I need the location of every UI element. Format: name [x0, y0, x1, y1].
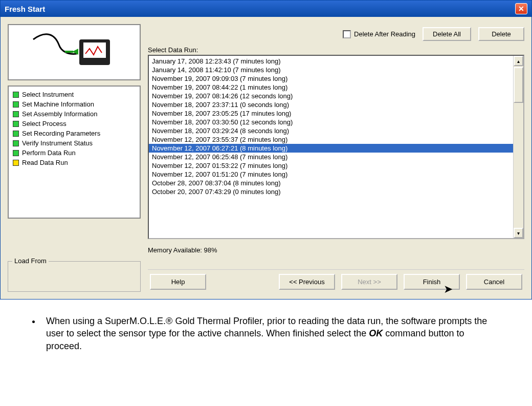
window-title: Fresh Start	[5, 5, 45, 13]
list-item[interactable]: October 28, 2007 08:37:04 (8 minutes lon…	[149, 179, 523, 187]
svg-rect-1	[83, 42, 106, 58]
list-item[interactable]: November 12, 2007 06:25:48 (7 minutes lo…	[149, 153, 523, 161]
delete-button[interactable]: Delete	[478, 27, 524, 41]
delete-after-reading-label: Delete After Reading	[354, 30, 415, 38]
left-pane: Select InstrumentSet Machine Information…	[8, 24, 141, 292]
step-item[interactable]: Read Data Run	[11, 158, 138, 167]
list-item[interactable]: November 18, 2007 23:37:11 (0 seconds lo…	[149, 100, 523, 109]
list-item[interactable]: November 19, 2007 08:14:26 (12 seconds l…	[149, 92, 523, 100]
svg-rect-3	[65, 51, 73, 53]
titlebar: Fresh Start ✕	[1, 1, 531, 17]
step-item[interactable]: Set Recording Parameters	[11, 129, 138, 138]
document-paragraph: When using a SuperM.O.L.E.® Gold Thermal…	[0, 300, 532, 362]
list-item[interactable]: November 19, 2007 09:09:03 (7 minutes lo…	[149, 74, 523, 83]
step-status-icon	[13, 160, 19, 166]
list-item[interactable]: November 12, 2007 23:55:37 (2 minutes lo…	[149, 135, 523, 144]
step-label: Read Data Run	[22, 159, 68, 166]
step-label: Verify Instrument Status	[22, 139, 93, 147]
device-icon	[28, 29, 120, 75]
step-status-icon	[13, 121, 19, 127]
list-item[interactable]: November 18, 2007 03:29:24 (8 seconds lo…	[149, 126, 523, 135]
list-item[interactable]: November 12, 2007 06:27:21 (8 minutes lo…	[149, 144, 523, 153]
fresh-start-dialog: Fresh Start ✕ Select InstrumentSet Machi…	[0, 0, 532, 300]
step-status-icon	[13, 92, 19, 98]
step-label: Perform Data Run	[22, 149, 76, 157]
bullet-text-bold: OK	[369, 328, 383, 338]
step-label: Select Instrument	[22, 91, 74, 98]
step-label: Set Recording Parameters	[22, 130, 100, 137]
delete-after-reading-checkbox[interactable]	[343, 30, 351, 38]
list-item[interactable]: January 17, 2008 12:23:43 (7 minutes lon…	[149, 57, 523, 66]
step-label: Set Machine Information	[22, 100, 94, 108]
step-status-icon	[13, 111, 19, 117]
scrollbar[interactable]: ▴ ▾	[513, 56, 523, 238]
data-run-listbox[interactable]: January 17, 2008 12:23:43 (7 minutes lon…	[148, 55, 524, 239]
finish-button[interactable]: Finish	[404, 274, 460, 290]
list-item[interactable]: October 20, 2007 07:43:29 (0 minutes lon…	[149, 187, 523, 196]
load-from-label: Load From	[12, 257, 49, 265]
bottom-button-bar: Help << Previous Next >> Finish Cancel ➤	[148, 269, 524, 292]
step-status-icon	[13, 140, 19, 146]
close-icon: ✕	[518, 5, 524, 13]
step-status-icon	[13, 131, 19, 137]
step-label: Select Process	[22, 120, 66, 127]
step-item[interactable]: Verify Instrument Status	[11, 138, 138, 148]
step-list: Select InstrumentSet Machine Information…	[8, 86, 141, 219]
scroll-down-button[interactable]: ▾	[514, 228, 523, 238]
step-item[interactable]: Set Machine Information	[11, 99, 138, 109]
top-controls: Delete After Reading Delete All Delete	[148, 24, 524, 46]
instrument-image-box	[8, 24, 141, 80]
step-item[interactable]: Perform Data Run	[11, 148, 138, 158]
list-item[interactable]: November 19, 2007 08:44:22 (1 minutes lo…	[149, 83, 523, 92]
step-item[interactable]: Select Process	[11, 119, 138, 129]
help-button[interactable]: Help	[150, 274, 206, 290]
step-status-icon	[13, 150, 19, 156]
step-item[interactable]: Select Instrument	[11, 90, 138, 99]
bullet-item: When using a SuperM.O.L.E.® Gold Thermal…	[41, 315, 501, 352]
dialog-body: Select InstrumentSet Machine Information…	[1, 17, 531, 299]
scroll-thumb[interactable]	[514, 67, 523, 103]
list-item[interactable]: November 18, 2007 23:05:25 (17 minutes l…	[149, 109, 523, 118]
step-item[interactable]: Set Assembly Information	[11, 109, 138, 119]
step-label: Set Assembly Information	[22, 110, 97, 118]
delete-after-reading-wrap[interactable]: Delete After Reading	[343, 30, 415, 38]
list-item[interactable]: January 14, 2008 11:42:10 (7 minutes lon…	[149, 66, 523, 74]
scroll-up-button[interactable]: ▴	[514, 56, 523, 66]
close-button[interactable]: ✕	[515, 3, 527, 14]
memory-available-label: Memory Available: 98%	[148, 239, 524, 269]
list-item[interactable]: November 18, 2007 03:30:50 (12 seconds l…	[149, 118, 523, 126]
cancel-button[interactable]: Cancel	[466, 274, 522, 290]
next-button: Next >>	[341, 274, 397, 290]
step-status-icon	[13, 101, 19, 108]
delete-all-button[interactable]: Delete All	[423, 27, 471, 41]
load-from-group: Load From	[8, 261, 141, 292]
right-pane: Delete After Reading Delete All Delete S…	[148, 24, 524, 292]
select-data-run-label: Select Data Run:	[148, 46, 524, 54]
list-item[interactable]: November 12, 2007 01:53:22 (7 minutes lo…	[149, 161, 523, 170]
previous-button[interactable]: << Previous	[279, 274, 335, 290]
list-item[interactable]: November 12, 2007 01:51:20 (7 minutes lo…	[149, 170, 523, 179]
